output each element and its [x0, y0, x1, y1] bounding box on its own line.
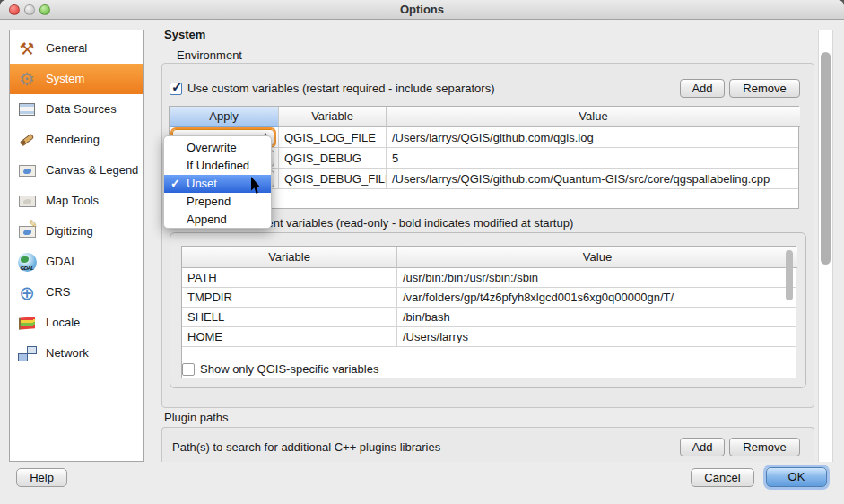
variable-cell[interactable]: QGIS_DEBUG_FILE: [279, 169, 387, 188]
sidebar-item-network[interactable]: Network: [10, 338, 143, 369]
ok-button[interactable]: OK: [766, 467, 827, 487]
column-header-apply[interactable]: Apply: [170, 107, 279, 127]
variable-cell: SHELL: [182, 308, 397, 326]
paintbrush-icon: [16, 129, 38, 151]
value-cell: /bin/bash: [397, 308, 797, 326]
sidebar-item-canvas-legend[interactable]: Canvas & Legend: [10, 155, 143, 186]
sidebar-item-digitizing[interactable]: ✎ Digitizing: [10, 216, 143, 247]
value-cell: /Users/larrys: [397, 327, 797, 346]
table-scrollbar-thumb[interactable]: [786, 250, 793, 300]
sidebar-item-label: Locale: [46, 316, 80, 329]
page-title: System: [164, 28, 205, 41]
sidebar-item-map-tools[interactable]: Map Tools: [10, 186, 143, 216]
map-pencil-icon: ✎: [16, 221, 38, 242]
use-custom-variables-checkbox[interactable]: [170, 83, 182, 95]
column-header-variable[interactable]: Variable: [279, 107, 387, 127]
main-scrollbar-thumb[interactable]: [821, 52, 831, 265]
variable-cell[interactable]: QGIS_LOG_FILE: [279, 127, 387, 147]
plugin-paths-description: Path(s) to search for additional C++ plu…: [172, 440, 440, 454]
show-only-qgis-checkbox[interactable]: [182, 363, 195, 376]
add-variable-button[interactable]: Add: [680, 79, 725, 98]
menu-item-label: Append: [187, 211, 227, 229]
globe-grid-icon: [16, 282, 38, 303]
sidebar-item-label: Rendering: [46, 133, 100, 146]
table-row: TMPDIR /var/folders/gp/t4z6pfyh8xlgcd001…: [182, 288, 796, 308]
add-path-button[interactable]: Add: [680, 438, 725, 456]
sidebar-item-label: Data Sources: [46, 102, 117, 116]
sidebar-item-crs[interactable]: CRS: [10, 277, 143, 308]
column-header-value: Value: [397, 247, 797, 268]
table-row: SHELL /bin/bash: [182, 308, 796, 327]
environment-group-label: Environment: [177, 48, 242, 62]
sidebar-item-label: Map Tools: [46, 194, 99, 207]
menu-item-label: Prepend: [187, 193, 231, 211]
sidebar-item-label: CRS: [46, 285, 70, 299]
help-button[interactable]: Help: [16, 468, 67, 487]
variable-cell: HOME: [182, 327, 397, 346]
plugin-paths-group: Path(s) to search for additional C++ plu…: [161, 427, 814, 462]
options-sidebar: General System Data Sources Rendering Ca…: [9, 30, 144, 462]
computers-network-icon: [16, 343, 38, 364]
remove-path-button[interactable]: Remove: [729, 438, 800, 456]
tools-icon: [16, 38, 38, 59]
sidebar-item-label: Canvas & Legend: [46, 163, 138, 177]
column-header-value[interactable]: Value: [387, 107, 800, 127]
table-row: PATH /usr/bin:/bin:/usr/sbin:/sbin: [182, 268, 796, 288]
sidebar-item-label: Network: [46, 346, 89, 360]
gdal-globe-icon: [16, 251, 38, 273]
sidebar-item-data-sources[interactable]: Data Sources: [10, 94, 143, 125]
menu-item-append[interactable]: Append: [164, 211, 271, 229]
flag-icon: [16, 312, 38, 334]
sidebar-item-system[interactable]: System: [10, 64, 143, 94]
variable-cell[interactable]: QGIS_DEBUG: [279, 148, 387, 168]
sidebar-item-rendering[interactable]: Rendering: [10, 125, 143, 155]
sidebar-item-locale[interactable]: Locale: [10, 308, 143, 338]
menu-item-if-undefined[interactable]: If Undefined: [164, 157, 271, 175]
sidebar-item-label: System: [46, 72, 84, 85]
environment-group: Use custom variables (restart required -…: [161, 63, 814, 408]
sidebar-item-gdal[interactable]: GDAL: [10, 247, 143, 277]
table-icon: [16, 99, 38, 120]
column-header-variable: Variable: [182, 247, 397, 268]
table-row: HOME /Users/larrys: [182, 327, 796, 347]
value-cell[interactable]: 5: [387, 148, 800, 168]
sidebar-item-label: GDAL: [46, 255, 77, 268]
gear-wrench-icon: [16, 68, 38, 90]
check-icon: ✓: [170, 175, 185, 193]
value-cell[interactable]: /Users/larrys/QGIS/github.com/qgis.log: [387, 127, 800, 147]
value-cell: /usr/bin:/bin:/usr/sbin:/sbin: [397, 268, 797, 287]
value-cell[interactable]: /Users/larrys/QGIS/github.com/Quantum-GI…: [387, 169, 800, 188]
sidebar-item-general[interactable]: General: [10, 33, 143, 64]
variable-cell: PATH: [182, 268, 397, 287]
title-bar[interactable]: Options: [0, 0, 844, 20]
value-cell: /var/folders/gp/t4z6pfyh8xlgcd001s6xg0q0…: [397, 288, 797, 307]
main-scrollbar-track[interactable]: [818, 30, 833, 462]
window-title: Options: [0, 3, 844, 16]
menu-item-overwrite[interactable]: Overwrite: [164, 139, 271, 157]
options-dialog: Options General System Data Sources Rend…: [0, 0, 844, 504]
remove-variable-button[interactable]: Remove: [729, 79, 800, 98]
variable-cell: TMPDIR: [182, 288, 397, 307]
menu-item-prepend[interactable]: Prepend: [164, 193, 271, 211]
map-cursor-icon: [16, 190, 38, 212]
menu-item-label: If Undefined: [187, 157, 249, 175]
cancel-button[interactable]: Cancel: [691, 468, 754, 487]
use-custom-variables-label: Use custom variables (restart required -…: [187, 82, 494, 95]
map-icon: [16, 160, 38, 181]
menu-item-label: Overwrite: [187, 139, 237, 157]
menu-item-label: Unset: [187, 175, 217, 193]
env-variables-table: Variable Value PATH /usr/bin:/bin:/usr/s…: [181, 246, 796, 378]
sidebar-item-label: General: [46, 41, 87, 55]
show-only-qgis-label: Show only QGIS-specific variables: [200, 362, 378, 376]
plugin-paths-label: Plugin paths: [164, 411, 229, 424]
sidebar-item-label: Digitizing: [46, 224, 93, 238]
